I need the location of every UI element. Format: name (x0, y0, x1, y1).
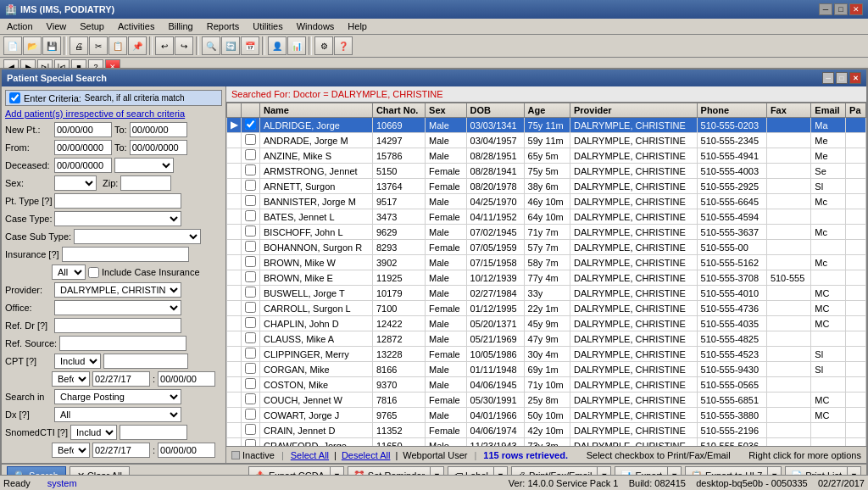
row-checkbox-cell[interactable] (242, 164, 260, 179)
table-row[interactable]: ANDRADE, Jorge M 14297 Male 03/04/1957 5… (227, 133, 866, 148)
col-age[interactable]: Age (524, 103, 570, 118)
snomed-date1-input[interactable] (92, 443, 150, 458)
select-all-link[interactable]: Select All (291, 450, 329, 460)
menu-view[interactable]: View (43, 20, 70, 32)
menu-billing[interactable]: Billing (164, 20, 196, 32)
row-checkbox-cell[interactable] (242, 148, 260, 164)
new-button[interactable]: 📄 (3, 36, 22, 55)
table-row[interactable]: BOHANNON, Surgon R 8293 Female 07/05/195… (227, 240, 866, 255)
case-sub-type-select[interactable] (74, 229, 201, 244)
table-row[interactable]: BROWN, Mike E 11925 Male 10/12/1939 77y … (227, 270, 866, 286)
help-button[interactable]: ❓ (334, 36, 353, 55)
row-checkbox[interactable] (245, 256, 256, 267)
row-checkbox[interactable] (245, 180, 256, 191)
table-row[interactable]: CARROLL, Surgon L 7100 Female 01/12/1995… (227, 301, 866, 316)
row-checkbox[interactable] (245, 409, 256, 420)
sex-select[interactable] (54, 175, 97, 191)
row-checkbox-cell[interactable] (242, 240, 260, 255)
row-checkbox-cell[interactable] (242, 423, 260, 438)
cpt-input[interactable] (103, 354, 188, 369)
col-provider[interactable]: Provider (570, 103, 697, 118)
paste-button[interactable]: 📌 (128, 36, 147, 55)
menu-utilities[interactable]: Utilities (249, 20, 286, 32)
row-checkbox-cell[interactable] (242, 377, 260, 393)
row-checkbox-cell[interactable] (242, 301, 260, 316)
col-pa[interactable]: Pa (846, 103, 866, 118)
menu-help[interactable]: Help (344, 20, 370, 32)
deceased-select[interactable] (114, 158, 174, 173)
table-row[interactable]: CORGAN, Mike 8166 Male 01/11/1948 69y 1m… (227, 362, 866, 377)
table-row[interactable]: CRAWFORD, Jorge 11650 Male 11/23/1943 73… (227, 438, 866, 447)
case-type-select[interactable] (54, 211, 181, 226)
insurance-input[interactable] (62, 247, 189, 262)
row-checkbox-cell[interactable] (242, 347, 260, 362)
row-checkbox-cell[interactable] (242, 179, 260, 194)
dx-select[interactable]: All (54, 407, 181, 422)
table-row[interactable]: BANNISTER, Jorge M 9517 Male 04/25/1970 … (227, 194, 866, 209)
undo-button[interactable]: ↩ (155, 36, 174, 55)
row-checkbox[interactable] (245, 241, 256, 252)
col-chart[interactable]: Chart No. (372, 103, 425, 118)
redo-button[interactable]: ↪ (175, 36, 193, 55)
ref-dr-input[interactable] (54, 318, 181, 333)
system-link[interactable]: system (47, 478, 77, 488)
refresh-button[interactable]: 🔄 (221, 36, 240, 55)
row-checkbox[interactable] (245, 363, 256, 374)
col-phone[interactable]: Phone (697, 103, 766, 118)
deceased-input[interactable] (54, 158, 112, 173)
col-dob[interactable]: DOB (466, 103, 524, 118)
row-checkbox[interactable] (245, 134, 256, 145)
to2-input[interactable] (130, 140, 187, 155)
table-row[interactable]: BUSWELL, Jorge T 10179 Male 02/27/1984 3… (227, 286, 866, 301)
print-button[interactable]: 🖨 (70, 36, 88, 55)
menu-action[interactable]: Action (3, 20, 36, 32)
table-row[interactable]: ▶ ALDRIDGE, Jorge 10669 Male 03/03/1341 … (227, 118, 866, 133)
close-button[interactable]: ✕ (849, 3, 863, 15)
results-table-container[interactable]: Name Chart No. Sex DOB Age Provider Phon… (226, 103, 866, 446)
table-row[interactable]: ARNETT, Surgon 13764 Female 08/20/1978 3… (227, 179, 866, 194)
table-row[interactable]: BROWN, Mike W 3902 Male 07/15/1958 58y 7… (227, 255, 866, 270)
insurance-all-select[interactable]: All (52, 264, 86, 280)
menu-activities[interactable]: Activities (114, 20, 158, 32)
copy-button[interactable]: 📋 (108, 36, 127, 55)
col-sex[interactable]: Sex (426, 103, 467, 118)
open-button[interactable]: 📂 (23, 36, 42, 55)
provider-select[interactable]: DALRYMPLE, CHRISTINE (54, 282, 181, 298)
row-checkbox[interactable] (245, 195, 256, 206)
table-row[interactable]: BATES, Jennet L 3473 Female 04/11/1952 6… (227, 209, 866, 225)
snomed-before-select[interactable]: Before (52, 443, 90, 458)
row-checkbox[interactable] (245, 378, 256, 389)
table-row[interactable]: CRAIN, Jennet D 11352 Female 04/06/1974 … (227, 423, 866, 438)
col-email[interactable]: Email (811, 103, 846, 118)
col-fax[interactable]: Fax (766, 103, 810, 118)
snomed-input[interactable] (120, 425, 187, 440)
row-checkbox[interactable] (245, 271, 256, 282)
row-checkbox-cell[interactable] (242, 194, 260, 209)
row-checkbox[interactable] (245, 210, 256, 221)
table-row[interactable]: COUCH, Jennet W 7816 Female 05/30/1991 2… (227, 393, 866, 408)
row-checkbox[interactable] (245, 332, 256, 343)
snomed-include-select[interactable]: Include (70, 425, 117, 440)
row-checkbox-cell[interactable] (242, 331, 260, 347)
criteria-checkbox[interactable] (9, 92, 20, 103)
row-checkbox-cell[interactable] (242, 408, 260, 423)
row-checkbox-cell[interactable] (242, 362, 260, 377)
row-checkbox[interactable] (245, 164, 256, 175)
menu-windows[interactable]: Windows (293, 20, 338, 32)
deselect-all-link[interactable]: Deselect All (342, 450, 390, 460)
find-button[interactable]: 🔍 (202, 36, 220, 55)
row-checkbox-cell[interactable] (242, 255, 260, 270)
add-patient-link[interactable]: Add patient(s) irrespective of search cr… (5, 109, 222, 119)
settings-button[interactable]: ⚙ (314, 36, 333, 55)
row-checkbox[interactable] (245, 287, 256, 298)
row-checkbox[interactable] (245, 439, 256, 446)
row-checkbox-cell[interactable] (242, 270, 260, 286)
row-checkbox[interactable] (245, 348, 256, 359)
cpt-date1-input[interactable] (92, 371, 150, 387)
table-row[interactable]: BISCHOFF, John L 9629 Male 07/02/1945 71… (227, 225, 866, 240)
dialog-maximize[interactable]: □ (836, 72, 848, 84)
minimize-button[interactable]: ─ (819, 3, 832, 15)
dialog-minimize[interactable]: ─ (822, 72, 834, 84)
table-row[interactable]: CLIPPINGER, Merry 13228 Female 10/05/198… (227, 347, 866, 362)
col-name[interactable]: Name (260, 103, 373, 118)
